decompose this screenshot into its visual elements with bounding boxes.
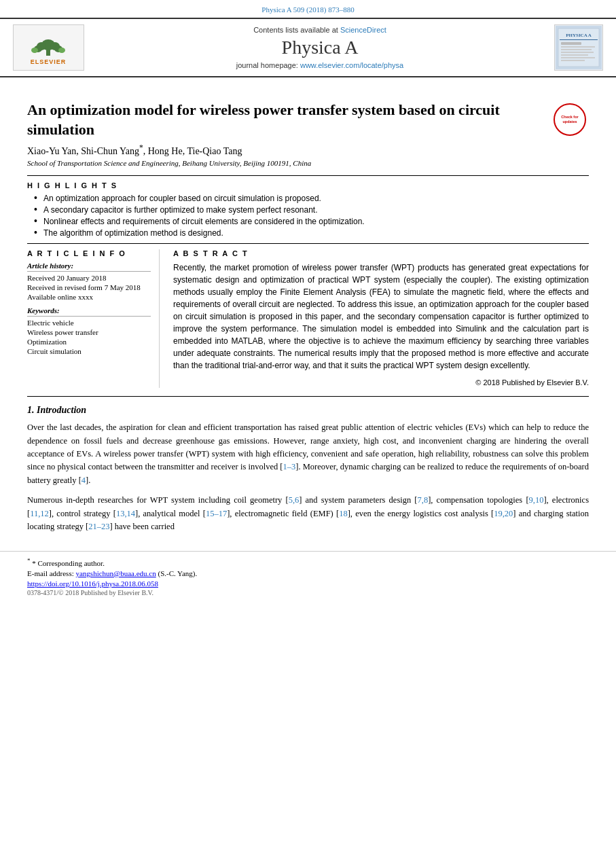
ref-21-23[interactable]: 21–23 — [88, 522, 109, 531]
journal-header: ELSEVIER Contents lists available at Sci… — [0, 18, 616, 77]
doi-link[interactable]: https://doi.org/10.1016/j.physa.2018.06.… — [27, 579, 158, 588]
abstract-section-divider — [27, 243, 589, 244]
article-history-label: Article history: — [27, 262, 151, 272]
svg-point-6 — [31, 48, 38, 53]
article-info-header: A R T I C L E I N F O — [27, 249, 151, 257]
page-container: Physica A 509 (2018) 873–880 ELSEVIER — [0, 0, 616, 841]
sciencedirect-line: Contents lists available at ScienceDirec… — [92, 26, 547, 34]
ref-5-6[interactable]: 5,6 — [289, 495, 300, 505]
check-updates-circle: Check for updates — [554, 103, 586, 136]
email-note: E-mail address: yangshichun@buaa.edu.cn … — [27, 569, 589, 577]
keywords-label: Keywords: — [27, 306, 151, 317]
ref-9-10[interactable]: 9,10 — [529, 495, 544, 505]
svg-point-7 — [58, 48, 65, 53]
affiliation: School of Transportation Science and Eng… — [27, 159, 589, 167]
journal-name: Physica A — [92, 37, 547, 58]
abstract-paragraph: Recently, the market promotion of wirele… — [173, 262, 589, 372]
copyright-line: © 2018 Published by Elsevier B.V. — [173, 377, 589, 389]
highlight-item-4: The algorithm of optimization method is … — [34, 228, 589, 238]
svg-rect-14 — [561, 49, 592, 50]
ref-18[interactable]: 18 — [339, 509, 348, 518]
main-content: An optimization model for wireless power… — [0, 77, 616, 551]
highlight-item-3: Nonlinear effects and requirements of ci… — [34, 217, 589, 226]
elsevier-tree-icon — [24, 30, 72, 57]
received-date: Received 20 January 2018 — [27, 274, 151, 282]
ref-11-12[interactable]: 11,12 — [30, 509, 49, 518]
keyword-4: Circuit simulation — [27, 347, 151, 355]
two-column-section: A R T I C L E I N F O Article history: R… — [27, 249, 589, 389]
svg-rect-13 — [561, 46, 595, 48]
ref-15-17[interactable]: 15–17 — [206, 509, 227, 518]
section-1-heading: 1. Introduction — [27, 405, 589, 416]
doi-bar: Physica A 509 (2018) 873–880 — [0, 0, 616, 18]
svg-rect-15 — [561, 52, 594, 53]
journal-center: Contents lists available at ScienceDirec… — [92, 26, 547, 69]
journal-cover-image: PHYSICA A — [554, 24, 603, 71]
elsevier-label: ELSEVIER — [31, 58, 67, 65]
highlight-item-1: An optimization approach for coupler bas… — [34, 194, 589, 203]
intro-paragraph-2: Numerous in-depth researches for WPT sys… — [27, 494, 589, 533]
cover-thumbnail-icon: PHYSICA A — [556, 26, 602, 69]
check-updates-badge: Check for updates — [554, 103, 589, 136]
abstract-text: Recently, the market promotion of wirele… — [173, 262, 589, 389]
journal-homepage: journal homepage: www.elsevier.com/locat… — [92, 61, 547, 69]
authors: Xiao-Yu Yan, Shi-Chun Yang*, Hong He, Ti… — [27, 143, 589, 157]
revised-date: Received in revised form 7 May 2018 — [27, 283, 151, 291]
svg-text:PHYSICA A: PHYSICA A — [566, 33, 592, 38]
doi-text: Physica A 509 (2018) 873–880 — [261, 5, 354, 14]
svg-rect-16 — [561, 54, 588, 56]
svg-rect-17 — [561, 57, 595, 58]
author-email[interactable]: yangshichun@buaa.edu.cn — [75, 569, 156, 577]
highlights-header: H I G H L I G H T S — [27, 181, 589, 190]
ref-7-8[interactable]: 7,8 — [418, 495, 429, 505]
article-title-section: An optimization model for wireless power… — [27, 101, 589, 139]
journal-logo: ELSEVIER — [11, 24, 86, 71]
elsevier-logo-box: ELSEVIER — [13, 24, 84, 71]
abstract-column: A B S T R A C T Recently, the market pro… — [173, 249, 589, 389]
ref-4[interactable]: 4 — [81, 476, 86, 485]
page-footer: * * Corresponding author. E-mail address… — [0, 551, 616, 602]
authors-text: Xiao-Yu Yan, Shi-Chun Yang*, Hong He, Ti… — [27, 146, 242, 156]
journal-cover: PHYSICA A — [554, 24, 605, 71]
sciencedirect-link[interactable]: ScienceDirect — [340, 26, 386, 34]
article-info-column: A R T I C L E I N F O Article history: R… — [27, 249, 160, 389]
highlights-list: An optimization approach for coupler bas… — [27, 194, 589, 238]
abstract-header: A B S T R A C T — [173, 249, 589, 257]
keyword-2: Wireless power transfer — [27, 328, 151, 336]
ref-1-3[interactable]: 1–3 — [283, 462, 296, 471]
highlight-item-2: A secondary capacitor is further optimiz… — [34, 205, 589, 215]
article-title: An optimization model for wireless power… — [27, 101, 547, 139]
intro-paragraph-1: Over the last decades, the aspiration fo… — [27, 421, 589, 487]
keyword-1: Electric vehicle — [27, 319, 151, 327]
journal-homepage-link[interactable]: www.elsevier.com/locate/physa — [300, 61, 403, 69]
highlights-divider — [27, 175, 589, 176]
svg-rect-11 — [560, 39, 598, 40]
corresponding-author-note: * * Corresponding author. — [27, 557, 589, 567]
available-online: Available online xxxx — [27, 293, 151, 301]
ref-19-20[interactable]: 19,20 — [494, 509, 513, 518]
body-divider — [27, 396, 589, 397]
footer-doi: https://doi.org/10.1016/j.physa.2018.06.… — [27, 579, 589, 588]
keyword-3: Optimization — [27, 338, 151, 346]
issn-line: 0378-4371/© 2018 Published by Elsevier B… — [27, 589, 589, 596]
ref-13-14[interactable]: 13,14 — [116, 509, 135, 518]
svg-rect-18 — [561, 60, 585, 61]
svg-rect-12 — [561, 42, 581, 45]
